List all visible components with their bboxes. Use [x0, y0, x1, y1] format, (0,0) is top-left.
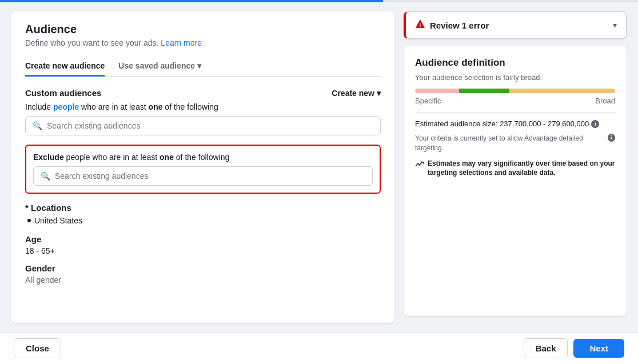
custom-audiences-header: Custom audiences Create new ▾ [25, 88, 381, 98]
back-button[interactable]: Back [524, 338, 568, 358]
gender-value: All gender [25, 275, 381, 285]
divider [415, 112, 615, 113]
error-banner[interactable]: ! Review 1 error ▾ [404, 11, 627, 39]
broad-label: Broad [595, 97, 615, 105]
error-text: Review 1 error [430, 21, 489, 30]
svg-text:!: ! [420, 22, 421, 28]
age-label: Age [25, 234, 381, 244]
criteria-text: Your criteria is currently set to allow … [415, 134, 615, 153]
panel-title: Audience [25, 23, 381, 36]
progress-fill [0, 0, 383, 2]
include-search-input[interactable] [47, 121, 373, 130]
age-value: 18 - 65+ [25, 246, 381, 255]
right-panel: ! Review 1 error ▾ Audience definition Y… [404, 11, 627, 323]
gauge-red-segment [415, 89, 459, 93]
exclude-search-input[interactable] [55, 171, 365, 181]
create-new-button[interactable]: Create new ▾ [332, 89, 381, 98]
gauge-green-segment [459, 89, 509, 93]
chevron-down-icon[interactable]: ▾ [613, 21, 617, 30]
left-panel: Audience Define who you want to see your… [11, 11, 394, 323]
bullet-icon [27, 219, 31, 222]
audience-def-title: Audience definition [415, 57, 615, 69]
info-icon[interactable]: i [591, 120, 599, 128]
chevron-down-icon: ▾ [377, 89, 381, 98]
gender-section: Gender All gender [25, 263, 381, 285]
tabs-container: Create new audience Use saved audience ▾ [25, 57, 381, 77]
gauge-container: Specific Broad [415, 89, 615, 105]
locations-section: * Locations United States [25, 203, 381, 225]
main-content: Audience Define who you want to see your… [0, 2, 638, 332]
gauge-labels: Specific Broad [415, 97, 615, 105]
exclude-section: Exclude people who are in at least one o… [25, 145, 381, 194]
progress-bar [0, 0, 638, 2]
locations-label: * Locations [25, 203, 381, 213]
next-button[interactable]: Next [573, 339, 624, 358]
trend-icon [415, 159, 424, 172]
error-banner-left: ! Review 1 error [415, 19, 489, 31]
close-button[interactable]: Close [14, 338, 61, 358]
tab-create-new-audience[interactable]: Create new audience [25, 57, 105, 77]
include-description: Include people who are in at least one o… [25, 102, 381, 111]
exclude-description: Exclude people who are in at least one o… [33, 153, 373, 162]
search-icon: 🔍 [33, 121, 42, 130]
include-search-box[interactable]: 🔍 [25, 116, 381, 135]
chevron-down-icon: ▾ [197, 61, 201, 70]
learn-more-link[interactable]: Learn more [161, 38, 202, 47]
audience-broad-text: Your audience selection is fairly broad. [415, 73, 615, 82]
panel-subtitle: Define who you want to see your ads. Lea… [25, 38, 381, 47]
tab-use-saved-audience[interactable]: Use saved audience ▾ [118, 57, 201, 77]
warning-icon: ! [415, 19, 425, 31]
gauge-orange-segment [509, 89, 616, 93]
age-section: Age 18 - 65+ [25, 234, 381, 255]
estimated-size: Estimated audience size: 237,700,000 - 2… [415, 119, 615, 128]
custom-audiences-label: Custom audiences [25, 88, 101, 98]
info-icon-criteria[interactable]: i [608, 134, 615, 142]
search-icon: 🔍 [41, 171, 50, 181]
specific-label: Specific [415, 97, 441, 105]
estimates-note: Estimates may vary significantly over ti… [415, 159, 615, 178]
gauge-bar [415, 89, 615, 93]
bottom-bar: Close Back Next [0, 332, 638, 364]
right-buttons: Back Next [524, 338, 624, 358]
location-item: United States [25, 216, 381, 225]
audience-definition-panel: Audience definition Your audience select… [404, 46, 627, 316]
gender-label: Gender [25, 263, 381, 273]
exclude-search-box[interactable]: 🔍 [33, 166, 373, 186]
